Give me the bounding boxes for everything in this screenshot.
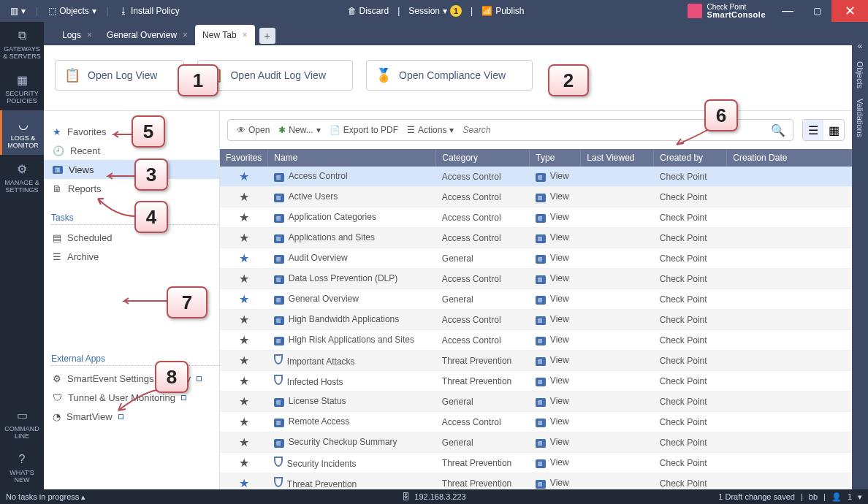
rail-whatsnew[interactable]: ? WHAT'S NEW xyxy=(0,446,44,489)
maximize-button[interactable]: ▢ xyxy=(802,0,831,22)
right-rail-objects[interactable]: Objects xyxy=(856,61,864,88)
sidebar-smartevent[interactable]: ⚙SmartEvent Settings & Policy xyxy=(44,369,219,388)
favorite-star[interactable]: ★ xyxy=(220,392,268,412)
cell-name: ▥Access Control xyxy=(268,167,436,187)
list-view-button[interactable]: ☰ xyxy=(803,120,823,140)
open-audit-log-button[interactable]: 📋Open Audit Log View xyxy=(197,60,353,91)
session-button[interactable]: Session ▾ 1 xyxy=(404,4,466,18)
publish-button[interactable]: 📶 Publish xyxy=(477,4,528,18)
favorite-star[interactable]: ★ xyxy=(220,248,268,269)
rail-cmd[interactable]: ▭ COMMAND LINE xyxy=(0,401,44,446)
sidebar-scheduled[interactable]: ▤Scheduled xyxy=(44,228,219,247)
toolbar-actions-label: Actions xyxy=(418,125,446,135)
col-created-by[interactable]: Created by xyxy=(654,149,727,167)
tab-general-overview[interactable]: General Overview× xyxy=(99,25,195,45)
toolbar-new-button[interactable]: ✱New... ▾ xyxy=(274,125,324,135)
cell-name: ▥Application Categories xyxy=(268,207,436,228)
toolbar-export-button[interactable]: 📄Export to PDF xyxy=(325,125,403,135)
cell-type: ▥View xyxy=(530,289,581,310)
favorite-star[interactable]: ★ xyxy=(220,453,268,473)
cell-created-by: Check Point xyxy=(654,453,727,473)
close-icon[interactable]: × xyxy=(243,30,248,40)
table-row[interactable]: ★▥License StatusGeneral▥ViewCheck Point xyxy=(220,392,852,412)
right-rail-validations[interactable]: Validations xyxy=(856,99,864,137)
rail-manage[interactable]: ⚙ MANAGE & SETTINGS xyxy=(0,155,44,199)
view-switch: ☰ ▦ xyxy=(802,119,845,141)
favorite-star[interactable]: ★ xyxy=(220,351,268,371)
favorite-star[interactable]: ★ xyxy=(220,207,268,228)
open-log-view-button[interactable]: 📋Open Log View xyxy=(55,60,184,91)
table-row[interactable]: ★▥High Risk Applications and SitesAccess… xyxy=(220,330,852,351)
objects-button[interactable]: ⬚ Objects ▾ xyxy=(44,4,101,18)
col-last-viewed[interactable]: Last Viewed xyxy=(581,149,654,167)
cell-name: ▥Remote Access xyxy=(268,412,436,432)
rail-logs[interactable]: ◡ LOGS & MONITOR xyxy=(0,110,44,155)
cell-category: Threat Prevention xyxy=(436,453,530,473)
search-icon[interactable]: 🔍 xyxy=(768,123,788,137)
sidebar-reports-label: Reports xyxy=(68,183,102,194)
tasks-status[interactable]: No tasks in progress ▴ xyxy=(6,492,85,502)
cell-type: ▥View xyxy=(530,371,581,392)
table-row[interactable]: ★▥General OverviewGeneral▥ViewCheck Poin… xyxy=(220,289,852,310)
cell-creation-date xyxy=(727,228,852,248)
col-creation-date[interactable]: Creation Date xyxy=(727,149,852,167)
favorite-star[interactable]: ★ xyxy=(220,310,268,330)
minimize-button[interactable]: — xyxy=(773,0,802,22)
table-row[interactable]: ★▥Active UsersAccess Control▥ViewCheck P… xyxy=(220,187,852,207)
sidebar-archive[interactable]: ☰Archive xyxy=(44,247,219,266)
rail-gateways[interactable]: ⧉ GATEWAYS & SERVERS xyxy=(0,22,44,66)
install-policy-button[interactable]: ⭳ Install Policy xyxy=(115,4,184,18)
favorite-star[interactable]: ★ xyxy=(220,412,268,432)
table-row[interactable]: ★Important AttacksThreat Prevention▥View… xyxy=(220,351,852,371)
table-row[interactable]: ★▥Data Loss Prevention (DLP)Access Contr… xyxy=(220,269,852,289)
cell-type: ▥View xyxy=(530,351,581,371)
tab-new-tab[interactable]: New Tab× xyxy=(195,25,255,45)
table-row[interactable]: ★▥Security Checkup SummaryGeneral▥ViewCh… xyxy=(220,432,852,453)
rail-security[interactable]: ▦ SECURITY POLICIES xyxy=(0,66,44,110)
favorite-star[interactable]: ★ xyxy=(220,269,268,289)
favorite-star[interactable]: ★ xyxy=(220,473,268,490)
toolbar-open-button[interactable]: 👁Open xyxy=(232,125,274,135)
table-row[interactable]: ★▥Applications and SitesAccess Control▥V… xyxy=(220,228,852,248)
table-row[interactable]: ★▥Audit OverviewGeneral▥ViewCheck Point xyxy=(220,248,852,269)
table-row[interactable]: ★Infected HostsThreat Prevention▥ViewChe… xyxy=(220,371,852,392)
favorite-star[interactable]: ★ xyxy=(220,432,268,453)
table-row[interactable]: ★▥Application CategoriesAccess Control▥V… xyxy=(220,207,852,228)
open-compliance-button[interactable]: 🏅Open Compliance View xyxy=(366,60,533,91)
col-name[interactable]: Name xyxy=(268,149,436,167)
table-row[interactable]: ★▥Access ControlAccess Control▥ViewCheck… xyxy=(220,167,852,187)
toolbar-actions-button[interactable]: ☰Actions ▾ xyxy=(403,125,458,135)
col-favorites[interactable]: Favorites xyxy=(220,149,268,167)
table-row[interactable]: ★▥Remote AccessAccess Control▥ViewCheck … xyxy=(220,412,852,432)
table-row[interactable]: ★Threat PreventionThreat Prevention▥View… xyxy=(220,473,852,490)
statusbar: No tasks in progress ▴ 🗄 192.168.3.223 1… xyxy=(0,489,868,504)
table-row[interactable]: ★Security IncidentsThreat Prevention▥Vie… xyxy=(220,453,852,473)
external-icon xyxy=(197,376,202,381)
favorite-star[interactable]: ★ xyxy=(220,289,268,310)
grid-view-button[interactable]: ▦ xyxy=(823,120,844,140)
close-icon[interactable]: × xyxy=(183,30,188,40)
collapse-icon[interactable]: « xyxy=(858,41,863,51)
cell-name: ▥License Status xyxy=(268,392,436,412)
callout-7: 7 xyxy=(167,286,208,318)
favorite-star[interactable]: ★ xyxy=(220,167,268,187)
cell-type: ▥View xyxy=(530,392,581,412)
app-menu-button[interactable]: ▥ ▾ xyxy=(6,4,30,18)
tab-add-button[interactable]: + xyxy=(259,28,275,44)
discard-button[interactable]: 🗑 Discard xyxy=(343,4,394,18)
cell-name: Threat Prevention xyxy=(268,473,436,490)
col-category[interactable]: Category xyxy=(436,149,530,167)
favorite-star[interactable]: ★ xyxy=(220,228,268,248)
favorite-star[interactable]: ★ xyxy=(220,371,268,392)
cell-type: ▥View xyxy=(530,432,581,453)
close-icon[interactable]: × xyxy=(87,30,92,40)
favorite-star[interactable]: ★ xyxy=(220,330,268,351)
favorite-star[interactable]: ★ xyxy=(220,187,268,207)
cell-last-viewed xyxy=(581,289,654,310)
col-type[interactable]: Type xyxy=(530,149,581,167)
tab-logs[interactable]: Logs× xyxy=(55,25,99,45)
cell-name: Security Incidents xyxy=(268,453,436,473)
close-button[interactable]: ✕ xyxy=(831,0,868,22)
table-row[interactable]: ★▥High Bandwidth ApplicationsAccess Cont… xyxy=(220,310,852,330)
minimize-icon: — xyxy=(782,4,793,18)
